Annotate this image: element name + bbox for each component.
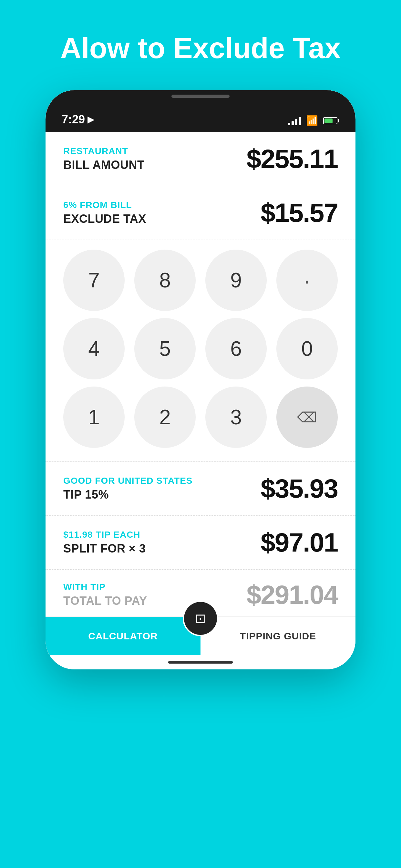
tab-tipping-guide[interactable]: TIPPING GUIDE	[201, 617, 356, 655]
home-bar	[168, 661, 233, 663]
key-0[interactable]: 0	[276, 318, 338, 379]
app-content: RESTAURANT BILL AMOUNT $255.11 6% FROM B…	[45, 132, 356, 655]
tax-left: 6% FROM BILL EXCLUDE TAX	[63, 200, 146, 226]
total-left: WITH TIP TOTAL TO PAY	[63, 582, 147, 608]
fab-button[interactable]: ⊡	[183, 600, 218, 636]
status-bar: 7:29 ▶ 📶	[45, 90, 356, 132]
status-time: 7:29 ▶	[62, 113, 94, 126]
status-right-icons: 📶	[288, 115, 339, 126]
tip-left: GOOD FOR UNITED STATES TIP 15%	[63, 476, 193, 501]
exclude-tax-section: 6% FROM BILL EXCLUDE TAX $15.57	[45, 186, 356, 240]
total-value: $291.04	[247, 580, 338, 610]
numpad-row-3: 1 2 3 ⌫	[58, 386, 343, 448]
key-3[interactable]: 3	[205, 386, 267, 448]
fab-icon: ⊡	[195, 611, 206, 626]
tax-value: $15.57	[260, 197, 338, 228]
phone-frame: 7:29 ▶ 📶 RESTAURANT BILL AMOUNT $255.11	[45, 90, 356, 670]
bill-label: RESTAURANT	[63, 146, 144, 156]
tipping-guide-tab-label: TIPPING GUIDE	[240, 631, 316, 642]
tip-title: TIP 15%	[63, 488, 193, 501]
total-title: TOTAL TO PAY	[63, 594, 147, 608]
page-title: Alow to Exclude Tax	[55, 32, 346, 64]
key-9[interactable]: 9	[205, 250, 267, 311]
numpad: 7 8 9 · 4 5 6 0 1 2 3 ⌫	[45, 240, 356, 461]
split-title: SPLIT FOR × 3	[63, 542, 146, 555]
split-value: $97.01	[260, 527, 338, 558]
split-label: $11.98 TIP EACH	[63, 530, 146, 540]
home-indicator	[45, 655, 356, 670]
bill-value: $255.11	[247, 144, 338, 174]
key-5[interactable]: 5	[134, 318, 196, 379]
battery-icon	[323, 117, 339, 124]
bill-left: RESTAURANT BILL AMOUNT	[63, 146, 144, 172]
split-section: $11.98 TIP EACH SPLIT FOR × 3 $97.01	[45, 516, 356, 569]
tab-bar: CALCULATOR ⊡ TIPPING GUIDE	[45, 616, 356, 655]
split-left: $11.98 TIP EACH SPLIT FOR × 3	[63, 530, 146, 555]
key-4[interactable]: 4	[63, 318, 125, 379]
tip-section: GOOD FOR UNITED STATES TIP 15% $35.93	[45, 462, 356, 516]
bill-amount-section: RESTAURANT BILL AMOUNT $255.11	[45, 132, 356, 186]
key-6[interactable]: 6	[205, 318, 267, 379]
calculator-tab-label: CALCULATOR	[88, 631, 158, 642]
fab-container: ⊡	[183, 600, 218, 636]
numpad-row-2: 4 5 6 0	[58, 318, 343, 379]
key-2[interactable]: 2	[134, 386, 196, 448]
key-backspace[interactable]: ⌫	[276, 386, 338, 448]
tab-calculator[interactable]: CALCULATOR	[45, 617, 201, 655]
tax-title: EXCLUDE TAX	[63, 212, 146, 226]
tip-value: $35.93	[260, 473, 338, 504]
key-7[interactable]: 7	[63, 250, 125, 311]
key-1[interactable]: 1	[63, 386, 125, 448]
tax-label: 6% FROM BILL	[63, 200, 146, 210]
location-icon: ▶	[88, 115, 94, 125]
key-8[interactable]: 8	[134, 250, 196, 311]
numpad-row-1: 7 8 9 ·	[58, 250, 343, 311]
total-label: WITH TIP	[63, 582, 147, 592]
wifi-icon: 📶	[306, 115, 318, 126]
tip-label: GOOD FOR UNITED STATES	[63, 476, 193, 486]
bill-title: BILL AMOUNT	[63, 158, 144, 172]
time-display: 7:29	[62, 113, 85, 126]
key-dot[interactable]: ·	[276, 250, 338, 311]
signal-icon	[288, 116, 301, 125]
